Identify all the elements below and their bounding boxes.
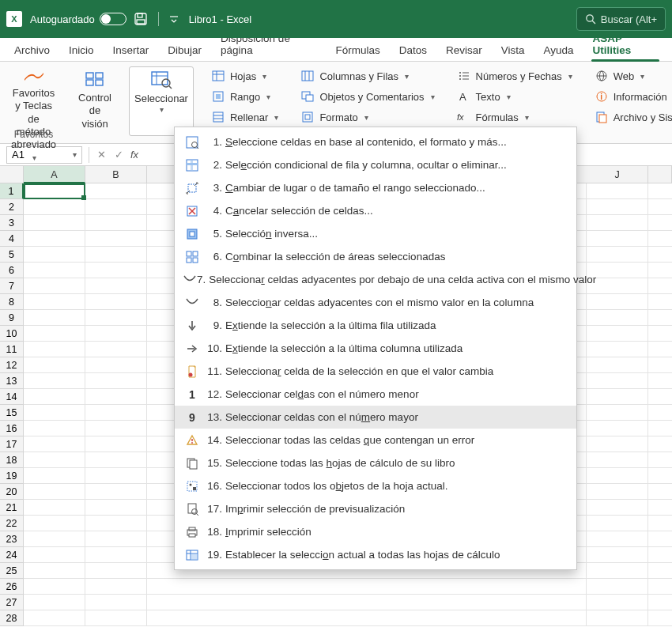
row-header[interactable]: 15 [0, 405, 24, 421]
menu-item-16[interactable]: 16.Seleccionar todos los objetos de la h… [175, 474, 576, 497]
row-header[interactable]: 25 [0, 563, 24, 579]
row-header[interactable]: 22 [0, 516, 24, 531]
save-icon[interactable] [134, 13, 147, 25]
cell[interactable] [24, 326, 85, 342]
cell[interactable] [85, 357, 147, 373]
cell[interactable] [85, 500, 147, 516]
menu-item-3[interactable]: 3.Cambiar de lugar o de tamaño el rango … [175, 176, 576, 199]
tab-ayuda[interactable]: Ayuda [534, 40, 583, 61]
row-header[interactable]: 21 [0, 500, 24, 516]
cell[interactable] [24, 263, 85, 278]
cell[interactable] [648, 278, 672, 294]
cell[interactable] [24, 547, 85, 563]
cell[interactable] [587, 405, 648, 421]
column-header-partial[interactable] [648, 166, 672, 183]
menu-item-15[interactable]: 15.Seleccione todas las hojas de cálculo… [175, 452, 576, 474]
tab-revisar[interactable]: Revisar [436, 40, 492, 61]
menu-item-10[interactable]: 10.Extiende la selección a la última col… [175, 337, 576, 360]
cell[interactable] [24, 531, 85, 547]
cell[interactable] [587, 421, 648, 436]
accept-formula-icon[interactable]: ✓ [110, 149, 127, 161]
cell[interactable] [85, 263, 147, 278]
row-header[interactable]: 12 [0, 357, 24, 373]
cell[interactable] [85, 436, 147, 452]
row-header[interactable]: 18 [0, 452, 24, 468]
objetos-comentarios-button[interactable]: Objetos y Comentarios▾ [296, 89, 439, 104]
tab-inicio[interactable]: Inicio [59, 40, 104, 61]
cell[interactable] [24, 294, 85, 310]
cell[interactable] [24, 389, 85, 405]
row-header[interactable]: 28 [0, 610, 24, 626]
row-header[interactable]: 8 [0, 294, 24, 310]
cell[interactable] [648, 389, 672, 405]
cell[interactable] [648, 579, 672, 595]
row-header[interactable]: 20 [0, 484, 24, 500]
row-header[interactable]: 10 [0, 326, 24, 342]
cell[interactable] [24, 215, 85, 231]
cell[interactable] [648, 215, 672, 231]
cell[interactable] [587, 610, 648, 626]
tab-asap-utilities[interactable]: ASAP Utilities [583, 28, 667, 61]
cell[interactable] [147, 610, 587, 626]
fx-label[interactable]: fx [130, 149, 138, 161]
cell[interactable] [24, 579, 85, 595]
cell[interactable] [648, 610, 672, 626]
row-header[interactable]: 24 [0, 547, 24, 563]
cell[interactable] [24, 563, 85, 579]
cell[interactable] [24, 484, 85, 500]
cell[interactable] [587, 563, 648, 579]
menu-item-1[interactable]: 1.Seleccione celdas en base al contenido… [175, 130, 576, 153]
tab-dibujar[interactable]: Dibujar [158, 40, 211, 61]
menu-item-4[interactable]: 4.Cancelar selección de celdas... [175, 199, 576, 222]
numeros-fechas-button[interactable]: Números y Fechas▾ [452, 68, 577, 84]
menu-item-12[interactable]: 112.Seleccionar celdas con el número men… [175, 383, 576, 406]
cell[interactable] [24, 516, 85, 531]
cell[interactable] [85, 610, 147, 626]
cell[interactable] [587, 294, 648, 310]
cell[interactable] [648, 516, 672, 531]
cell[interactable] [24, 231, 85, 247]
cell[interactable] [648, 405, 672, 421]
cell[interactable] [648, 595, 672, 610]
menu-item-6[interactable]: 6.Combinar la selección de áreas selecci… [175, 245, 576, 268]
cell[interactable] [85, 294, 147, 310]
cell[interactable] [587, 215, 648, 231]
web-button[interactable]: Web▾ [590, 68, 672, 84]
cell[interactable] [587, 579, 648, 595]
column-header[interactable]: J [587, 166, 648, 183]
cell[interactable] [648, 436, 672, 452]
cell[interactable] [85, 389, 147, 405]
cell[interactable] [85, 547, 147, 563]
cell[interactable] [587, 389, 648, 405]
menu-item-13[interactable]: 913.Seleccionar celdas con el número may… [175, 406, 576, 429]
menu-item-11[interactable]: 11.Seleccionar celda de la selección en … [175, 360, 576, 383]
cell[interactable] [85, 563, 147, 579]
cell[interactable] [648, 468, 672, 484]
cell[interactable] [587, 183, 648, 199]
menu-item-14[interactable]: 14.Seleccionar todas las celdas que cont… [175, 429, 576, 452]
cell[interactable] [648, 342, 672, 357]
cell[interactable] [648, 373, 672, 389]
autosave-toggle[interactable] [100, 13, 126, 25]
cell[interactable] [24, 405, 85, 421]
row-header[interactable]: 27 [0, 595, 24, 610]
column-header[interactable]: B [85, 166, 147, 183]
cell[interactable] [85, 199, 147, 215]
cell[interactable] [648, 531, 672, 547]
menu-item-7[interactable]: 7.Seleccionar celdas adyacentes por deba… [175, 268, 576, 291]
cell[interactable] [85, 373, 147, 389]
cell[interactable] [85, 278, 147, 294]
archivo-sistema-button[interactable]: Archivo y Sistema [590, 109, 672, 125]
cell[interactable] [648, 310, 672, 326]
cell[interactable] [24, 595, 85, 610]
row-header[interactable]: 17 [0, 436, 24, 452]
control-vision-button[interactable]: Control de visión [74, 66, 116, 136]
cell[interactable] [587, 452, 648, 468]
cell[interactable] [587, 500, 648, 516]
cell[interactable] [648, 263, 672, 278]
menu-item-2[interactable]: 2.Selección condicional de fila y column… [175, 153, 576, 176]
cell[interactable] [85, 484, 147, 500]
cell[interactable] [24, 436, 85, 452]
cell[interactable] [587, 373, 648, 389]
cell[interactable] [24, 278, 85, 294]
